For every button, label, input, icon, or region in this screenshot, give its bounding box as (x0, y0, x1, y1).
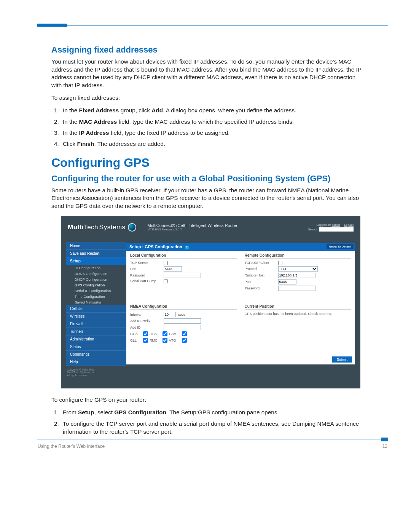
sidebar-sub-serial-ip-configuration[interactable]: Serial-IP Configuration (66, 288, 126, 294)
local-password-input[interactable] (164, 273, 201, 278)
footer-left: Using the Router's Web Interface (38, 444, 105, 449)
remote-port-input[interactable] (278, 279, 296, 284)
heading-gps-sub: Configuring the router for use with a Gl… (51, 174, 367, 184)
router-title: MultiConnect® rCell - Intelligent Wirele… (148, 223, 308, 228)
help-icon[interactable]: ? (185, 246, 189, 249)
gll-checkbox[interactable] (143, 338, 148, 343)
sidebar-item-tunnels[interactable]: Tunnels (66, 328, 126, 335)
remote-config-title: Remote Configuration (245, 253, 352, 259)
sidebar-sub-dhcp-configuration[interactable]: DHCP Configuration (66, 276, 126, 282)
page-number: 12 (382, 444, 387, 449)
user-link[interactable]: admin (332, 223, 340, 227)
gsa-checkbox[interactable] (162, 331, 167, 336)
para-intro-2: To assign fixed addresses: (51, 94, 367, 102)
heading-assign: Assigning fixed addresses (51, 45, 367, 55)
router-screenshot: MultiTech Systems MultiConnect® rCell - … (61, 216, 360, 388)
step-item: In the MAC Address field, type the MAC a… (61, 118, 367, 126)
tcp-server-checkbox[interactable] (164, 261, 168, 265)
step-item: Click Finish. The addresses are added. (61, 140, 367, 148)
logo: MultiTech Systems (68, 223, 136, 232)
search-input[interactable] (319, 227, 354, 232)
reset-button[interactable]: Reset To Default (327, 244, 354, 249)
tcp-udp-client-checkbox[interactable] (278, 261, 282, 265)
vtg-checkbox[interactable] (182, 338, 187, 343)
gsv-checkbox[interactable] (182, 331, 187, 336)
rmc-checkbox[interactable] (162, 338, 167, 343)
steps-config: From Setup, select GPS Configuration. Th… (51, 408, 367, 436)
step-item: In the Fixed Address group, click Add. A… (61, 106, 367, 114)
step-item: To configure the TCP server port and ena… (61, 420, 367, 436)
sidebar-item-status[interactable]: Status (66, 343, 126, 351)
logo-icon (128, 223, 136, 232)
panel-title: Setup : GPS Configuration ? Reset To Def… (126, 243, 355, 251)
serial-dump-checkbox[interactable] (164, 279, 168, 283)
prefix-input[interactable] (164, 318, 201, 324)
sidebar-item-firewall[interactable]: Firewall (66, 320, 126, 328)
step-item: From Setup, select GPS Configuration. Th… (61, 408, 367, 416)
footer-rule (37, 438, 388, 441)
submit-button[interactable]: Submit (332, 356, 352, 363)
position-message: GPS position data has not been updated. … (245, 312, 352, 316)
firmware-label: MTR-EV3 Firmware 3.0.7 (148, 228, 308, 231)
nmea-config-title: NMEA Configuration (130, 304, 237, 310)
sidebar-nav: HomeSave and RestartSetupIP Configuratio… (66, 242, 126, 366)
local-config-title: Local Configuration (130, 253, 237, 259)
current-position-title: Current Position (245, 304, 352, 310)
addid-input[interactable] (164, 325, 201, 330)
para-config-intro: To configure the GPS on your router: (51, 396, 367, 404)
sidebar-item-administration[interactable]: Administration (66, 335, 126, 343)
para-intro-1: You must let your router know about devi… (51, 58, 367, 89)
protocol-select[interactable]: TCP (278, 266, 318, 272)
remote-password-input[interactable] (278, 286, 315, 291)
sidebar-item-setup[interactable]: Setup (66, 257, 126, 265)
interval-input[interactable] (164, 312, 176, 317)
heading-gps: Configuring GPS (51, 156, 367, 170)
sidebar-item-cellular[interactable]: Cellular (66, 305, 126, 313)
sidebar-item-wireless[interactable]: Wireless (66, 313, 126, 320)
logout-link[interactable]: Logout (344, 223, 354, 227)
sidebar-item-commands[interactable]: Commands (66, 351, 126, 358)
sidebar-item-save-and-restart[interactable]: Save and Restart (66, 250, 126, 257)
local-port-input[interactable] (164, 266, 182, 272)
gga-checkbox[interactable] (143, 331, 148, 336)
sidebar-item-home[interactable]: Home (66, 242, 126, 250)
header-rule (37, 24, 388, 27)
sidebar-item-help[interactable]: Help (66, 358, 126, 366)
steps-assign: In the Fixed Address group, click Add. A… (51, 106, 367, 148)
para-gps-1: Some routers have a built-in GPS receive… (51, 187, 367, 210)
sidebar-sub-ip-configuration[interactable]: IP Configuration (66, 265, 126, 271)
sidebar-sub-saved-networks[interactable]: Saved Networks (66, 299, 126, 305)
sidebar-sub-gps-configuration[interactable]: GPS Configuration (66, 282, 126, 288)
remote-host-input[interactable] (278, 273, 315, 278)
step-item: In the IP Address field, type the fixed … (61, 129, 367, 137)
copyright: Copyright © 1995-2013Multi-Tech Systems,… (66, 366, 126, 377)
sidebar-sub-time-configuration[interactable]: Time Configuration (66, 294, 126, 299)
sidebar-sub-ddns-configuration[interactable]: DDNS Configuration (66, 271, 126, 276)
